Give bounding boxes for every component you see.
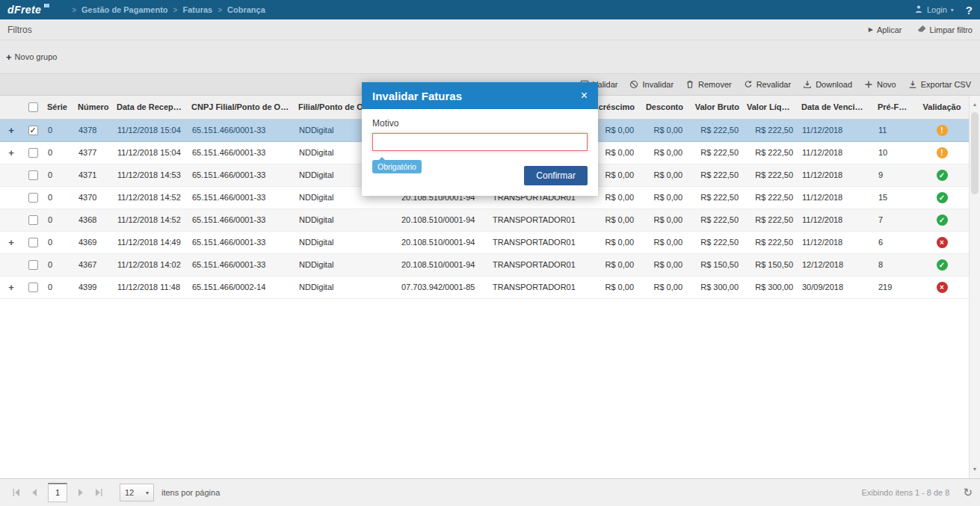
row-checkbox[interactable]: ✓ [28, 126, 38, 135]
first-page-button[interactable] [7, 484, 25, 502]
cell-cnpj_filial: 65.151.466/0001-33 [188, 119, 295, 141]
cell-transportador: TRANSPORTADOR01 [488, 253, 586, 276]
cell-cnpj_transportador: 20.108.510/0001-94 [397, 231, 488, 253]
refresh-icon[interactable]: ↻ [963, 486, 973, 499]
previous-page-button[interactable] [25, 484, 43, 502]
cell-check [22, 164, 43, 186]
cell-valor_liquido: R$ 222,50 [743, 119, 798, 141]
revalidate-button[interactable]: Revalidar [744, 80, 791, 89]
confirm-button[interactable]: Confirmar [524, 166, 588, 185]
cell-vencimento: 11/12/2018 [798, 164, 874, 186]
topbar: dFrete > Gestão de Pagamento > Faturas >… [0, 0, 980, 19]
clear-filter-button[interactable]: Limpar filtro [917, 25, 973, 34]
export-csv-button[interactable]: Exportar CSV [908, 80, 971, 89]
invalidate-button[interactable]: Invalidar [629, 80, 674, 89]
row-checkbox[interactable] [28, 215, 38, 225]
col-valor-liquido[interactable]: Valor Líquido [743, 96, 798, 119]
breadcrumb-item-gestao[interactable]: Gestão de Pagamento [81, 5, 168, 14]
cell-cnpj_filial: 65.151.466/0001-33 [188, 141, 295, 164]
cell-validacao: ✓ [915, 253, 969, 276]
cell-numero: 4399 [74, 276, 113, 298]
cell-pre_fatura: 15 [874, 186, 915, 209]
motivo-input[interactable] [372, 133, 588, 151]
next-page-button[interactable] [72, 484, 90, 502]
breadcrumb-separator: > [218, 6, 222, 14]
cell-expand [0, 164, 22, 186]
row-checkbox[interactable] [28, 170, 38, 180]
cell-cnpj_filial: 65.151.466/0002-14 [188, 276, 295, 298]
breadcrumb-item-faturas[interactable]: Faturas [182, 5, 212, 14]
scroll-down-icon[interactable]: ▼ [970, 463, 980, 475]
apply-filter-button[interactable]: ▶ Aplicar [869, 25, 902, 34]
row-checkbox[interactable] [28, 193, 38, 203]
cell-valor_liquido: R$ 222,50 [743, 209, 798, 231]
page-size-select[interactable]: 12 ▾ [120, 484, 154, 502]
expand-icon[interactable]: + [8, 237, 14, 248]
cell-serie: 0 [43, 164, 74, 186]
col-numero[interactable]: Número [74, 96, 113, 119]
scroll-up-icon[interactable]: ▲ [970, 99, 980, 111]
slash-circle-icon [629, 80, 638, 89]
cell-validacao: × [915, 231, 969, 253]
col-cnpj-filial[interactable]: CNPJ Filial/Ponto de Operação [188, 96, 295, 119]
new-group-button[interactable]: + Novo grupo [6, 52, 57, 63]
scrollbar-thumb[interactable] [971, 112, 979, 194]
current-page[interactable]: 1 [48, 483, 67, 502]
cell-valor_liquido: R$ 300,00 [743, 276, 798, 298]
download-button[interactable]: Download [803, 80, 852, 89]
cell-expand: + [0, 231, 22, 253]
cell-pre_fatura: 7 [874, 209, 915, 231]
validation-success-icon: ✓ [937, 192, 948, 203]
select-all-header[interactable] [22, 96, 43, 119]
validation-warning-icon: ! [937, 125, 948, 136]
download-icon [803, 80, 812, 89]
cell-numero: 4378 [74, 119, 113, 141]
cell-validacao: ! [915, 119, 969, 141]
vertical-scrollbar[interactable]: ▲ ▼ [969, 96, 980, 478]
col-validacao[interactable]: Validação [915, 96, 969, 119]
cell-serie: 0 [43, 141, 74, 164]
col-desconto[interactable]: Desconto [638, 96, 687, 119]
row-checkbox[interactable] [28, 283, 38, 292]
cell-numero: 4369 [74, 231, 113, 253]
cell-check [22, 186, 43, 209]
logo-flag-icon [44, 4, 49, 7]
breadcrumb-item-cobranca[interactable]: Cobrança [227, 5, 265, 14]
table-row[interactable]: +0439911/12/2018 11:4865.151.466/0002-14… [0, 276, 969, 298]
cell-valor_liquido: R$ 222,50 [743, 231, 798, 253]
cell-desconto: R$ 0,00 [638, 141, 687, 164]
remove-button[interactable]: Remover [685, 80, 732, 89]
row-checkbox[interactable] [28, 260, 38, 270]
close-icon[interactable]: × [581, 90, 588, 102]
cell-pre_fatura: 8 [874, 253, 915, 276]
cell-recepcao: 11/12/2018 15:04 [113, 141, 188, 164]
cell-acrescimo: R$ 0,00 [586, 209, 638, 231]
cell-acrescimo: R$ 0,00 [586, 231, 638, 253]
help-icon[interactable]: ? [966, 4, 973, 16]
cell-check [22, 141, 43, 164]
login-menu[interactable]: Login ▾ [914, 4, 954, 15]
row-checkbox[interactable] [28, 148, 38, 158]
col-serie[interactable]: Série [43, 96, 74, 119]
col-data-recepcao[interactable]: Data de Recepção↓ [113, 96, 188, 119]
cell-valor_bruto: R$ 222,50 [687, 186, 743, 209]
table-row[interactable]: 0436811/12/2018 14:5265.151.466/0001-33N… [0, 209, 969, 231]
expand-icon[interactable]: + [8, 147, 14, 158]
filters-section: Filtros ▶ Aplicar Limpar filtro + Novo g… [0, 19, 980, 73]
cell-validacao: ! [915, 141, 969, 164]
table-row[interactable]: +0436911/12/2018 14:4965.151.466/0001-33… [0, 231, 969, 253]
expand-icon[interactable]: + [8, 282, 14, 293]
cell-cnpj_filial: 65.151.466/0001-33 [188, 164, 295, 186]
new-button[interactable]: Novo [864, 80, 896, 89]
row-checkbox[interactable] [28, 238, 38, 247]
cell-acrescimo: R$ 0,00 [586, 276, 638, 298]
col-pre-fatura[interactable]: Pré-Fatura [874, 96, 915, 119]
expand-icon[interactable]: + [8, 125, 14, 136]
col-data-vencimento[interactable]: Data de Vencimento [798, 96, 874, 119]
col-valor-bruto[interactable]: Valor Bruto [687, 96, 743, 119]
select-all-checkbox[interactable] [28, 102, 38, 112]
last-page-button[interactable] [90, 484, 108, 502]
table-row[interactable]: 0436711/12/2018 14:0265.151.466/0001-33N… [0, 253, 969, 276]
validation-success-icon: ✓ [937, 259, 948, 271]
cell-recepcao: 11/12/2018 14:52 [113, 209, 188, 231]
